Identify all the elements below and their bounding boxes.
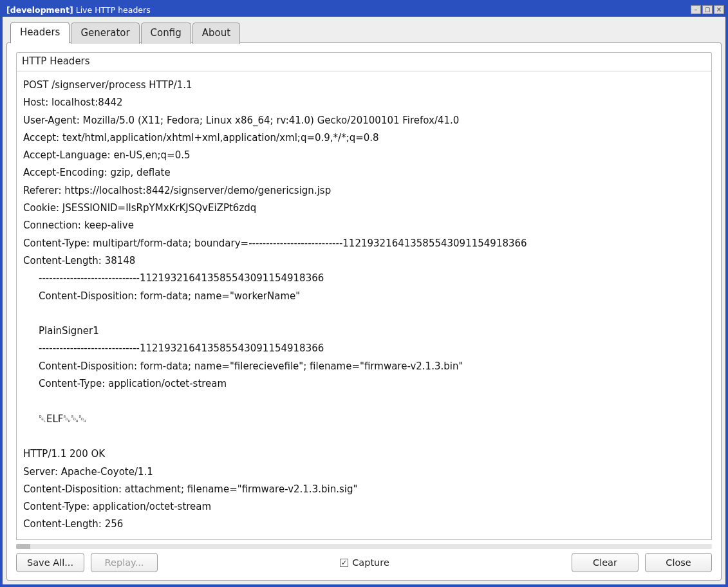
header-line[interactable] [23,393,705,410]
header-line[interactable]: POST /signserver/process HTTP/1.1 [23,77,705,94]
header-line[interactable]: HTTP/1.1 200 OK [23,445,705,463]
header-line[interactable]: Cookie: JSESSIONID=IlsRpYMxKrKJSQvEiZPt6… [23,200,705,217]
tab-generator[interactable]: Generator [71,23,139,44]
titlebar[interactable]: [development] Live HTTP headers – ▢ × [3,3,725,17]
header-line[interactable]: Accept: text/html,application/xhtml+xml,… [23,129,705,147]
app-window: [development] Live HTTP headers – ▢ × He… [0,0,728,587]
header-line[interactable]: Host: localhost:8442 [23,94,705,111]
header-line[interactable]: Connection: keep-alive [23,217,705,234]
header-line[interactable]: ␡ELF␁␁␁ [23,411,705,428]
maximize-button[interactable]: ▢ [702,5,713,14]
header-line[interactable]: Content-Disposition: attachment; filenam… [23,481,705,498]
tab-config[interactable]: Config [141,23,191,44]
header-line[interactable]: Server: Apache-Coyote/1.1 [23,463,705,481]
headers-scroll[interactable]: POST /signserver/process HTTP/1.1Host: l… [16,71,712,540]
header-line[interactable]: PlainSigner1 [23,322,705,340]
headers-panel: HTTP Headers POST /signserver/process HT… [6,42,722,581]
header-line[interactable]: Content-Disposition: form-data; name="fi… [23,358,705,375]
header-line[interactable]: Content-Type: application/octet-stream [23,498,705,516]
save-all-button[interactable]: Save All... [16,553,84,572]
content-area: HeadersGeneratorConfigAbout HTTP Headers… [3,17,725,584]
header-line[interactable]: Content-Disposition: form-data; name="wo… [23,288,705,305]
tab-about[interactable]: About [192,23,240,44]
replay-button[interactable]: Replay... [91,553,158,572]
horizontal-scrollbar[interactable] [16,544,712,549]
headers-content[interactable]: POST /signserver/process HTTP/1.1Host: l… [17,71,711,539]
header-line[interactable]: Accept-Language: en-US,en;q=0.5 [23,147,705,164]
close-window-button[interactable]: × [714,5,724,14]
header-line[interactable] [23,428,705,445]
header-line[interactable]: Content-Length: 38148 [23,252,705,270]
checkbox-icon: ✓ [340,559,348,567]
capture-checkbox[interactable]: ✓ Capture [340,557,389,568]
close-button[interactable]: Close [645,553,712,572]
header-line[interactable]: -----------------------------11219321641… [23,270,705,287]
capture-label: Capture [352,557,389,568]
header-line[interactable]: Content-Type: multipart/form-data; bound… [23,235,705,252]
header-line[interactable]: Accept-Encoding: gzip, deflate [23,164,705,182]
header-line[interactable]: Content-Length: 256 [23,516,705,533]
title-prefix: [development] [6,5,73,15]
tab-headers[interactable]: Headers [10,22,70,43]
title-text: Live HTTP headers [76,5,151,15]
header-line[interactable]: User-Agent: Mozilla/5.0 (X11; Fedora; Li… [23,112,705,129]
header-line[interactable]: Content-Type: application/octet-stream [23,375,705,393]
section-title: HTTP Headers [16,52,712,71]
header-line[interactable]: -----------------------------11219321641… [23,340,705,357]
window-controls: – ▢ × [691,5,724,14]
header-line[interactable]: Referer: https://localhost:8442/signserv… [23,182,705,200]
tab-bar: HeadersGeneratorConfigAbout [10,22,722,43]
header-line[interactable] [23,305,705,322]
clear-button[interactable]: Clear [572,553,639,572]
minimize-button[interactable]: – [691,5,701,14]
bottom-toolbar: Save All... Replay... ✓ Capture Clear Cl… [16,553,712,572]
